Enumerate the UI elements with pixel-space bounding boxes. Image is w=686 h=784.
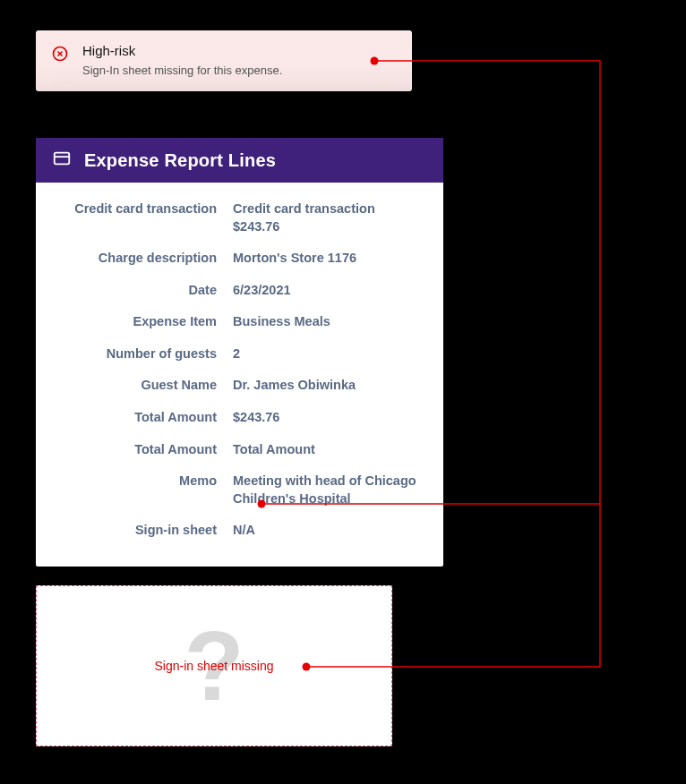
row-value: N/A xyxy=(233,522,424,540)
svg-rect-3 xyxy=(55,153,70,165)
row-label: Credit card transaction xyxy=(56,200,217,218)
row-value: Total Amount xyxy=(233,441,424,459)
table-row: Number of guests 2 xyxy=(56,345,424,363)
expense-report-card: Expense Report Lines Credit card transac… xyxy=(36,138,443,567)
card-title: Expense Report Lines xyxy=(84,150,276,171)
table-row: Total Amount Total Amount xyxy=(56,441,424,459)
sign-in-sheet-placeholder: ? Sign-in sheet missing xyxy=(36,585,392,746)
table-row: Date 6/23/2021 xyxy=(56,282,424,300)
row-label: Date xyxy=(56,282,217,300)
row-label: Total Amount xyxy=(56,409,217,427)
card-body: Credit card transaction Credit card tran… xyxy=(36,183,443,567)
row-label: Total Amount xyxy=(56,441,217,459)
row-label: Expense Item xyxy=(56,313,217,331)
row-value: Morton's Store 1176 xyxy=(233,250,424,268)
row-label: Number of guests xyxy=(56,345,217,363)
row-value: Business Meals xyxy=(233,313,424,331)
table-row: Charge description Morton's Store 1176 xyxy=(56,250,424,268)
row-label: Sign-in sheet xyxy=(56,522,217,540)
row-value: 6/23/2021 xyxy=(233,282,424,300)
row-value: $243.76 xyxy=(233,409,424,427)
table-row: Total Amount $243.76 xyxy=(56,409,424,427)
row-value: 2 xyxy=(233,345,424,363)
alert-body: High-risk Sign-In sheet missing for this… xyxy=(82,43,398,77)
error-circle-icon xyxy=(50,44,70,64)
table-row: Credit card transaction Credit card tran… xyxy=(56,200,424,235)
table-row: Expense Item Business Meals xyxy=(56,313,424,331)
high-risk-alert: High-risk Sign-In sheet missing for this… xyxy=(36,30,412,91)
card-icon xyxy=(52,149,72,172)
row-label: Guest Name xyxy=(56,377,217,395)
row-value: Credit card transaction $243.76 xyxy=(233,200,424,235)
missing-label: Sign-in sheet missing xyxy=(154,659,273,673)
card-header: Expense Report Lines xyxy=(36,138,443,183)
row-value: Meeting with head of Chicago Children's … xyxy=(233,473,424,507)
table-row: Guest Name Dr. James Obiwinka xyxy=(56,377,424,395)
row-label: Memo xyxy=(56,473,217,490)
row-value: Dr. James Obiwinka xyxy=(233,377,424,395)
table-row: Memo Meeting with head of Chicago Childr… xyxy=(56,473,424,507)
table-row: Sign-in sheet N/A xyxy=(56,522,424,540)
alert-message: Sign-In sheet missing for this expense. xyxy=(82,64,398,77)
row-label: Charge description xyxy=(56,250,217,268)
alert-title: High-risk xyxy=(82,43,398,58)
